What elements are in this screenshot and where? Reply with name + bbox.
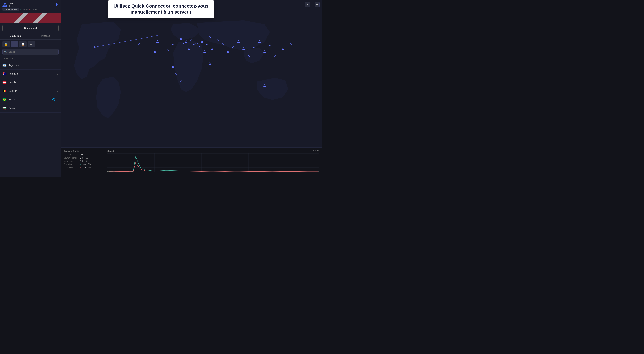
- svg-marker-23: [232, 46, 234, 48]
- svg-marker-9: [185, 40, 187, 42]
- svg-marker-13: [196, 42, 198, 44]
- svg-marker-32: [282, 48, 284, 50]
- country-name: Belgium: [9, 90, 56, 92]
- country-name: Argentina: [9, 64, 56, 67]
- logo-icon: [2, 2, 8, 7]
- up-speed-unit: B/s: [88, 166, 91, 169]
- globe-icon[interactable]: 🌐: [52, 98, 55, 101]
- svg-marker-38: [138, 43, 140, 45]
- down-speed-stat: Down Speed: ↓ 189 B/s: [64, 163, 104, 165]
- down-volume-stat: Down Volume: 243 KB: [64, 157, 104, 159]
- chart-labels: 60 Seconds 0: [107, 170, 319, 172]
- country-name: Australia: [9, 72, 56, 75]
- filter-list-button[interactable]: 📋: [19, 41, 26, 47]
- down-volume-value: 243: [80, 157, 84, 159]
- protocol-bar: OpenVPN (UDP) ↓ 189 B/s ↑ 170 B/s: [2, 8, 58, 12]
- server-marker: [237, 40, 240, 42]
- server-marker: [167, 49, 169, 51]
- server-marker: [269, 44, 271, 47]
- chevron-down-icon[interactable]: ⌄: [56, 81, 58, 84]
- filter-shield-button[interactable]: 🛡: [11, 41, 18, 47]
- chevron-down-icon[interactable]: ⌄: [56, 98, 58, 101]
- svg-marker-33: [290, 43, 292, 45]
- chevron-down-icon[interactable]: ⌄: [56, 64, 58, 67]
- speed-title: Speed: [107, 150, 319, 152]
- server-marker: [190, 39, 193, 41]
- svg-marker-34: [172, 65, 174, 67]
- svg-marker-14: [198, 46, 200, 48]
- server-marker: [188, 47, 190, 50]
- svg-marker-16: [204, 51, 206, 53]
- svg-marker-20: [216, 39, 218, 41]
- chart-label-right: 0: [318, 170, 319, 172]
- server-marker: [222, 43, 224, 45]
- country-flag: 🇦🇺: [2, 72, 7, 76]
- header-title: Unit: [9, 2, 55, 5]
- svg-marker-4: [156, 40, 158, 42]
- chevron-down-icon[interactable]: ⌄: [56, 107, 58, 109]
- server-marker: [180, 80, 182, 82]
- country-name: Brazil: [9, 98, 52, 101]
- tab-countries[interactable]: Countries: [0, 33, 30, 39]
- server-marker: [216, 39, 219, 41]
- country-item-belgium[interactable]: 🇧🇪Belgium⌄: [0, 87, 61, 95]
- down-volume-label: Down Volume:: [64, 157, 79, 159]
- svg-marker-18: [209, 36, 211, 38]
- left-panel: Unit IP: 1 N OpenVPN (UDP) ↓ 189 B/s ↑ 1…: [0, 0, 61, 177]
- upload-speed: ↑ 170 B/s: [29, 8, 37, 10]
- svg-marker-35: [175, 73, 177, 75]
- country-item-argentina[interactable]: 🇦🇷Argentina⌄: [0, 61, 61, 70]
- up-volume-unit: KB: [86, 160, 88, 162]
- info-icon[interactable]: ℹ: [58, 57, 58, 60]
- server-marker: [156, 40, 159, 42]
- server-marker: [138, 43, 140, 45]
- server-marker: [185, 40, 188, 42]
- svg-marker-10: [188, 48, 190, 50]
- svg-marker-22: [227, 51, 229, 53]
- up-volume-stat: Up Volume: 146 KB: [64, 160, 104, 162]
- tab-profiles[interactable]: Profiles: [30, 33, 61, 39]
- lock-icon: 🔒: [4, 42, 8, 46]
- search-input[interactable]: [2, 49, 58, 55]
- disconnect-button[interactable]: Disconnect: [2, 25, 58, 31]
- zoom-out-button[interactable]: −: [305, 2, 310, 7]
- server-marker: [258, 40, 260, 42]
- country-item-bulgaria[interactable]: 🇧🇬Bulgaria⌄: [0, 104, 61, 112]
- up-speed-label: Up Speed:: [64, 166, 79, 169]
- tooltip-text: Utilisez Quick Connect ou connectez-vous…: [114, 3, 208, 15]
- chevron-down-icon[interactable]: ⌄: [56, 72, 58, 75]
- protocol-name: OpenVPN (UDP): [2, 8, 19, 11]
- svg-marker-6: [172, 43, 174, 45]
- server-marker: [290, 43, 292, 45]
- stats-right: Speed 145 KB/s: [107, 150, 319, 176]
- tabs: Countries Profiles: [0, 33, 61, 39]
- svg-marker-21: [222, 43, 224, 45]
- session-traffic-title: Session Traffic: [64, 150, 104, 152]
- world-map: [61, 0, 322, 147]
- locations-label: Locations (63): [2, 57, 15, 60]
- filter-icons: 🔒 🛡 📋 ⏭: [0, 41, 61, 49]
- down-volume-unit: KB: [86, 157, 88, 159]
- filter-lock-button[interactable]: 🔒: [2, 41, 10, 47]
- server-marker: [211, 47, 214, 50]
- shield-icon: 🛡: [13, 42, 16, 45]
- country-item-australia[interactable]: 🇦🇺Australia⌄: [0, 70, 61, 78]
- svg-marker-8: [182, 43, 184, 45]
- chevron-down-icon[interactable]: ⌄: [56, 90, 58, 92]
- map-area: − +: [61, 0, 322, 147]
- server-marker: [208, 62, 211, 64]
- country-item-brazil[interactable]: 🇧🇷Brazil🌐⌄: [0, 95, 61, 104]
- svg-marker-37: [154, 51, 156, 53]
- svg-marker-17: [206, 43, 208, 45]
- stats-panel: Session Traffic Session: 38s Down Volume…: [61, 147, 322, 177]
- speed-chart: 60 Seconds 0: [107, 153, 319, 172]
- country-flag: 🇧🇪: [2, 89, 7, 93]
- server-marker: [180, 37, 182, 39]
- close-button[interactable]: ✕: [317, 2, 320, 6]
- country-name: Austria: [9, 81, 56, 84]
- filter-skip-button[interactable]: ⏭: [28, 41, 35, 47]
- svg-marker-7: [180, 37, 182, 39]
- right-panel: − +: [61, 0, 322, 177]
- server-marker: [264, 50, 266, 53]
- country-item-austria[interactable]: 🇦🇹Austria⌄: [0, 78, 61, 87]
